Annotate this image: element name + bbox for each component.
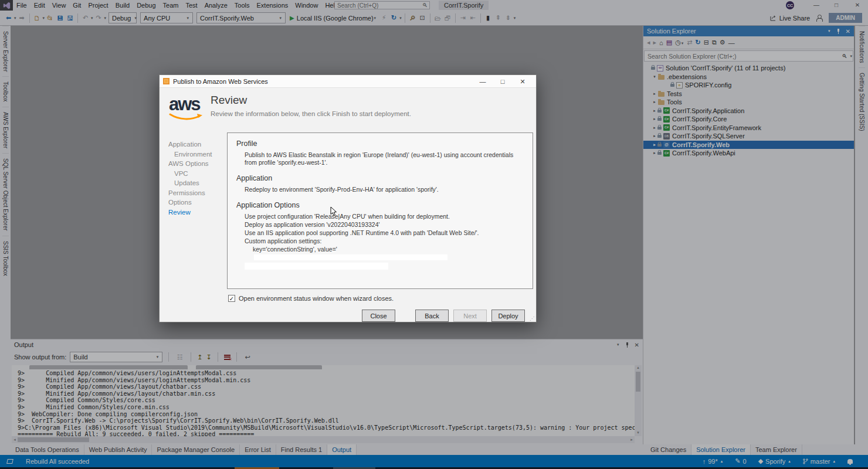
menu-debug[interactable]: Debug <box>133 0 159 11</box>
right-tab-notifications[interactable]: Notifications <box>859 26 865 67</box>
side-tab-team-explorer[interactable]: Team Explorer <box>751 444 802 455</box>
new-file-dropdown[interactable]: ▾ <box>43 16 45 21</box>
preview-selected-items-icon[interactable]: — <box>728 39 735 46</box>
scrollbar-thumb[interactable] <box>636 372 640 392</box>
refresh-dropdown[interactable]: ▾ <box>399 16 402 21</box>
dialog-nav-application[interactable]: Application <box>168 140 225 149</box>
refresh-icon[interactable]: ↻ <box>695 39 700 46</box>
left-tab-sql-server-object-explorer[interactable]: SQL Server Object Explorer <box>2 153 9 236</box>
clear-all-icon[interactable] <box>224 355 230 360</box>
expander-icon[interactable]: ▸ <box>652 142 657 147</box>
tree-item-corrit-sporify-entityframework[interactable]: ▸CorrIT.Sporify.EntityFramework <box>643 124 854 132</box>
menu-team[interactable]: Team <box>160 0 182 11</box>
menu-extensions[interactable]: Extensions <box>253 0 291 11</box>
tree-item-ebextensions[interactable]: ▾.ebextensions <box>643 73 854 81</box>
previous-message-icon[interactable]: ↥ <box>197 354 202 361</box>
scroll-up-icon[interactable]: ▴ <box>635 365 642 371</box>
output-horizontal-scrollbar[interactable]: ◂ ▸ <box>12 436 635 443</box>
toggle-word-wrap-icon[interactable]: ↩ <box>243 354 252 361</box>
dialog-nav-options[interactable]: Options <box>168 198 225 208</box>
refresh-icon[interactable]: ↻ <box>389 14 398 22</box>
tree-item-tools[interactable]: ▸Tools <box>643 98 854 107</box>
navigate-back-icon[interactable]: ⬅︎ <box>4 14 13 22</box>
tree-item-corrit-sporify-sqlserver[interactable]: ▸CorrIT.Sporify.SQLServer <box>643 132 854 141</box>
deploy-button[interactable]: Deploy <box>491 310 525 322</box>
tree-item-corrit-sporify-application[interactable]: ▸CorrIT.Sporify.Application <box>643 107 854 115</box>
expander-icon[interactable]: ▸ <box>652 100 657 104</box>
menu-analyze[interactable]: Analyze <box>201 0 231 11</box>
menu-tools[interactable]: Tools <box>231 0 253 11</box>
dialog-nav-updates[interactable]: Updates <box>168 178 225 188</box>
search-options-dropdown[interactable]: ▾ <box>850 54 852 59</box>
feedback-person-icon[interactable] <box>816 15 823 22</box>
window-close-button[interactable]: ✕ <box>849 0 866 11</box>
bottom-tab-data-tools-operations[interactable]: Data Tools Operations <box>11 444 84 455</box>
pin-icon[interactable] <box>625 342 629 348</box>
left-tab-aws-explorer[interactable]: AWS Explorer <box>2 107 9 153</box>
solution-explorer-search-box[interactable]: 🔍︎ ▾ <box>644 50 853 62</box>
expander-icon[interactable]: ▾ <box>652 74 657 79</box>
dialog-nav-permissions[interactable]: Permissions <box>168 188 225 198</box>
dialog-nav-aws-options[interactable]: AWS Options <box>168 159 225 169</box>
dialog-close-button[interactable]: ✕ <box>513 75 533 88</box>
dialog-nav-vpc[interactable]: VPC <box>168 169 225 179</box>
solution-explorer-search-input[interactable] <box>645 53 842 60</box>
outgoing-commits-indicator[interactable]: ↑ 99* ▴ <box>703 458 724 465</box>
bookmark-dropdown[interactable]: ▾ <box>514 16 516 21</box>
save-all-icon[interactable]: 🖫︎ <box>66 15 74 22</box>
tree-item-sporify-config[interactable]: SPORIFY.config <box>643 81 854 90</box>
bottom-tab-find-results-1[interactable]: Find Results 1 <box>276 444 327 455</box>
quick-search-box[interactable]: 🔍︎ <box>334 1 430 9</box>
bookmark-icon[interactable]: ▮ <box>484 14 493 22</box>
pin-icon[interactable] <box>836 29 840 34</box>
home-icon[interactable]: ⌂ <box>659 39 663 46</box>
menu-edit[interactable]: Edit <box>30 0 49 11</box>
tree-item-tests[interactable]: ▸Tests <box>643 90 854 98</box>
switch-views-icon[interactable]: ▤ <box>666 39 672 46</box>
expander-icon[interactable]: ▸ <box>652 134 657 138</box>
dialog-nav-review[interactable]: Review <box>168 208 225 217</box>
bottom-tab-package-manager-console[interactable]: Package Manager Console <box>152 444 240 455</box>
dialog-nav-environment[interactable]: Environment <box>168 149 225 159</box>
startup-project-dropdown[interactable]: CorrIT.Sporify.Web▾ <box>196 12 286 23</box>
checkbox[interactable]: ✓ <box>228 295 235 302</box>
menu-test[interactable]: Test <box>182 0 201 11</box>
tree-item-solution-corrit-sporify-11-of-11-projects[interactable]: Solution 'CorrIT.Sporify' (11 of 11 proj… <box>643 64 854 73</box>
open-status-window-option[interactable]: ✓ Open environment status window when wi… <box>228 295 394 302</box>
menu-window[interactable]: Window <box>291 0 321 11</box>
dialog-minimize-button[interactable]: — <box>473 75 493 88</box>
tree-item-corrit-sporify-web[interactable]: ▸CorrIT.Sporify.Web <box>643 141 854 149</box>
expander-icon[interactable]: ▸ <box>652 108 657 113</box>
save-icon[interactable]: 💾︎ <box>56 15 65 22</box>
solution-explorer-titlebar[interactable]: Solution Explorer ▾ ✕ <box>643 26 854 36</box>
collapse-all-icon[interactable]: ⊟ <box>704 39 709 46</box>
navigate-forward-icon[interactable]: ➡︎ <box>18 14 26 22</box>
menu-project[interactable]: Project <box>84 0 111 11</box>
menu-git[interactable]: Git <box>69 0 84 11</box>
tree-item-corrit-sporify-core[interactable]: ▸CorrIT.Sporify.Core <box>643 115 854 124</box>
menu-file[interactable]: File <box>13 0 30 11</box>
scroll-right-icon[interactable]: ▸ <box>629 436 635 443</box>
window-maximize-button[interactable]: □ <box>828 0 845 11</box>
left-tab-server-explorer[interactable]: Server Explorer <box>2 26 9 76</box>
output-source-dropdown[interactable]: Build▾ <box>70 352 162 362</box>
side-tab-solution-explorer[interactable]: Solution Explorer <box>691 444 751 455</box>
show-all-files-icon[interactable]: ⧉ <box>712 39 717 46</box>
admin-button[interactable]: ADMIN <box>829 13 862 23</box>
properties-wrench-icon[interactable]: ⚙︎ <box>720 39 725 46</box>
expander-icon[interactable]: ▸ <box>652 91 657 96</box>
output-panel-titlebar[interactable]: Output ▾ ✕ <box>11 339 643 350</box>
left-tab-ssis-toolbox[interactable]: SSIS Toolbox <box>2 236 9 281</box>
close-icon[interactable]: ✕ <box>846 28 850 35</box>
close-icon[interactable]: ✕ <box>635 342 639 348</box>
scroll-down-icon[interactable]: ▾ <box>635 430 642 436</box>
live-share-button[interactable]: Live Share <box>770 15 811 22</box>
window-position-dropdown-icon[interactable]: ▾ <box>617 342 619 347</box>
new-file-icon[interactable]: 🗋︎ <box>33 15 42 22</box>
right-tab-getting-started-ssis[interactable]: Getting Started (SSIS) <box>859 67 865 136</box>
expander-icon[interactable]: ▸ <box>652 125 657 130</box>
navigate-back-dropdown[interactable]: ▾ <box>14 16 16 21</box>
next-message-icon[interactable]: ↧ <box>206 354 212 361</box>
window-position-dropdown-icon[interactable]: ▾ <box>828 29 830 33</box>
repository-picker[interactable]: ◆ Sporify ▴ <box>758 457 791 465</box>
